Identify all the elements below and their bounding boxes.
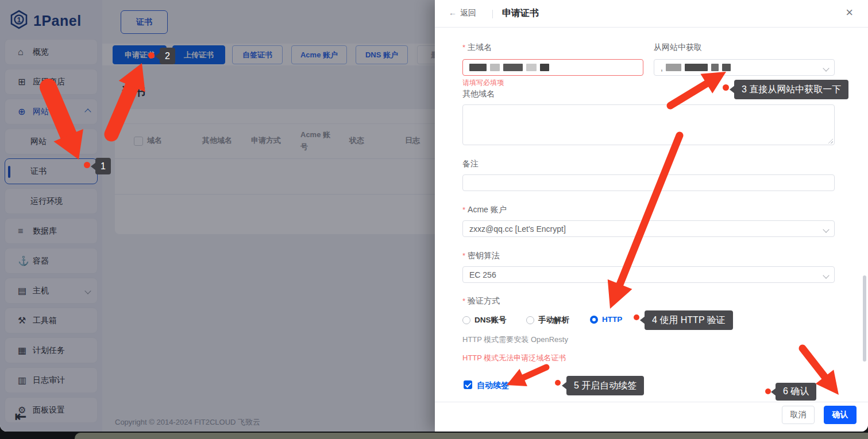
annotation-tooltip-5: 5 开启自动续签: [566, 376, 644, 395]
chevron-down-icon: [823, 226, 829, 232]
redacted-text: [503, 64, 523, 71]
screenshot-root: 1 1Panel ⌂ 概览 ⊞ 应用商店 ⊕ 网站 网站: [0, 0, 868, 439]
confirm-button[interactable]: 确认: [824, 406, 857, 424]
drawer-footer: 取消 确认: [435, 402, 868, 432]
redacted-text: [666, 64, 681, 71]
radio-dns-account[interactable]: DNS账号: [462, 315, 507, 325]
http-mode-note: HTTP 模式需要安装 OpenResty: [462, 335, 568, 345]
radio-label: 手动解析: [538, 315, 569, 325]
remark-label: 备注: [462, 159, 479, 169]
redacted-text: [526, 64, 537, 71]
auto-renew-label[interactable]: 自动续签: [477, 380, 509, 391]
radio-icon: [462, 316, 470, 324]
annotation-dot-5: [555, 380, 561, 386]
annotation-tooltip-6: 6 确认: [776, 383, 816, 401]
redacted-text: [685, 64, 708, 71]
redacted-text: [469, 64, 487, 71]
apply-certificate-drawer: ←返回 申请证书 × 主域名 请填写必填项 从网站中获取 ,: [435, 0, 868, 432]
key-algorithm-select[interactable]: EC 256: [462, 266, 835, 283]
background-window-edge: [75, 433, 868, 439]
back-button[interactable]: ←返回: [449, 8, 476, 18]
close-icon[interactable]: ×: [846, 6, 853, 19]
redacted-text: [722, 64, 731, 71]
cancel-button[interactable]: 取消: [782, 406, 815, 424]
from-website-label: 从网站中获取: [654, 42, 702, 53]
drawer-header: ←返回 申请证书 ×: [435, 0, 868, 28]
redacted-text: ,: [661, 63, 663, 72]
radio-label: HTTP: [602, 315, 622, 324]
primary-domain-label: 主域名: [462, 42, 492, 53]
annotation-dot-3: [723, 84, 729, 91]
radio-label: DNS账号: [474, 315, 507, 325]
redacted-text: [540, 64, 549, 71]
annotation-tooltip-4: 4 使用 HTTP 验证: [645, 310, 733, 330]
app-window: 1 1Panel ⌂ 概览 ⊞ 应用商店 ⊕ 网站 网站: [0, 0, 868, 432]
resize-grip-icon[interactable]: [828, 138, 833, 143]
other-domains-label: 其他域名: [462, 89, 495, 99]
key-algorithm-value: EC 256: [469, 270, 496, 279]
http-mode-warning: HTTP 模式无法申请泛域名证书: [462, 353, 566, 363]
drawer-scrollbar[interactable]: [863, 275, 866, 362]
annotation-dot-1: [84, 162, 90, 168]
annotation-dot-2: [148, 52, 155, 59]
radio-http[interactable]: HTTP: [590, 315, 622, 324]
radio-selected-icon: [590, 316, 598, 324]
radio-manual-dns[interactable]: 手动解析: [526, 315, 569, 325]
acme-account-value: zxxz@qq.cc [Let's Encrypt]: [469, 224, 566, 234]
drawer-title: 申请证书: [502, 7, 539, 20]
annotation-badge-2: 2: [160, 48, 175, 64]
verify-mode-label: 验证方式: [462, 296, 500, 306]
primary-domain-input[interactable]: [462, 59, 643, 76]
redacted-text: [490, 64, 500, 71]
annotation-dot-4: [634, 314, 639, 320]
key-algorithm-label: 密钥算法: [462, 251, 500, 261]
redacted-text: [711, 64, 719, 71]
annotation-dot-6: [765, 389, 771, 394]
annotation-tooltip-3: 3 直接从网站中获取一下: [734, 80, 848, 99]
annotation-badge-1: 1: [95, 158, 111, 174]
from-website-select[interactable]: ,: [654, 59, 835, 76]
remark-input[interactable]: [462, 174, 835, 191]
header-divider: [492, 10, 493, 18]
chevron-down-icon: [823, 272, 829, 278]
back-arrow-icon: ←: [449, 8, 457, 17]
acme-account-select[interactable]: zxxz@qq.cc [Let's Encrypt]: [462, 220, 835, 237]
back-label: 返回: [460, 8, 476, 17]
other-domains-textarea[interactable]: [462, 104, 835, 145]
acme-account-label: Acme 账户: [462, 205, 507, 215]
chevron-down-icon: [823, 65, 829, 71]
auto-renew-checkbox[interactable]: [464, 380, 472, 389]
validation-error: 请填写必填项: [462, 78, 504, 88]
radio-icon: [526, 316, 534, 324]
modal-dim-overlay: [0, 0, 435, 432]
